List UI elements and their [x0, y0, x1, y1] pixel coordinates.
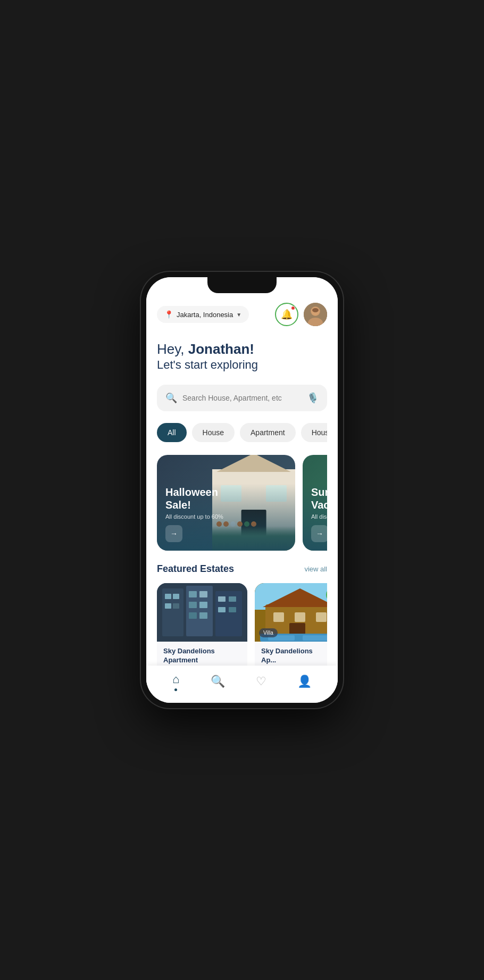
microphone-icon[interactable]: 🎙️: [307, 392, 319, 404]
svg-rect-28: [273, 612, 284, 622]
promo-content-summer: SummerVacatio... All discount u... →: [303, 477, 327, 551]
tab-apartment[interactable]: Apartment: [240, 423, 296, 442]
svg-rect-16: [199, 602, 207, 608]
notification-button[interactable]: 🔔: [275, 303, 298, 326]
phone-screen: 📍 Jakarta, Indonesia ▼ 🔔: [146, 277, 338, 703]
search-bar: 🔍 🎙️: [157, 385, 327, 411]
header-right: 🔔: [275, 303, 327, 326]
svg-rect-13: [189, 591, 197, 597]
section-title-featured: Featured Estates: [157, 563, 234, 575]
svg-point-4: [312, 308, 319, 312]
view-all-link[interactable]: view all: [304, 565, 327, 573]
villa-badge: Villa: [259, 628, 278, 637]
greeting-section: Hey, Jonathan! Let's start exploring: [157, 341, 327, 373]
home-icon: ⌂: [172, 672, 179, 686]
promo-subtitle-summer: All discount u...: [311, 513, 327, 520]
svg-rect-12: [173, 603, 179, 609]
promo-arrow-summer[interactable]: →: [311, 525, 327, 542]
nav-profile[interactable]: 👤: [297, 675, 312, 688]
search-input[interactable]: [182, 394, 302, 402]
section-header-featured: Featured Estates view all: [157, 563, 327, 575]
avatar-image: [304, 303, 327, 326]
screen-content: 📍 Jakarta, Indonesia ▼ 🔔: [146, 277, 338, 703]
bell-icon: 🔔: [281, 309, 293, 320]
estate-name-villa: Sky DandelionsAp...: [261, 647, 327, 665]
svg-rect-19: [218, 596, 226, 602]
estate-image-villa: Villa ♥: [255, 583, 327, 642]
promo-card-summer[interactable]: SummerVacatio... All discount u... →: [303, 455, 327, 551]
location-text: Jakarta, Indonesia: [177, 311, 233, 319]
search-icon: 🔍: [165, 392, 177, 404]
nav-favorites[interactable]: ♡: [256, 675, 266, 688]
svg-rect-20: [229, 596, 236, 602]
svg-rect-11: [165, 603, 171, 609]
notch: [207, 277, 277, 293]
svg-rect-15: [189, 602, 197, 608]
nav-home[interactable]: ⌂: [172, 672, 179, 691]
heart-nav-icon: ♡: [256, 675, 266, 688]
location-pill[interactable]: 📍 Jakarta, Indonesia ▼: [157, 306, 249, 323]
greeting-line2: Let's start exploring: [157, 358, 327, 373]
filter-tabs: All House Apartment House: [157, 423, 327, 444]
svg-rect-9: [165, 594, 171, 599]
location-pin-icon: 📍: [164, 310, 173, 319]
estate-image-apartment: [157, 583, 247, 642]
greeting-line1: Hey, Jonathan!: [157, 341, 327, 358]
header: 📍 Jakarta, Indonesia ▼ 🔔: [157, 303, 327, 326]
tab-house-1[interactable]: House: [192, 423, 235, 442]
greeting-name: Jonathan!: [188, 341, 254, 357]
nav-search[interactable]: 🔍: [211, 675, 225, 688]
promo-content-halloween: HalloweenSale! All discount up to 60% →: [157, 477, 295, 551]
svg-rect-10: [173, 594, 179, 599]
search-nav-icon: 🔍: [211, 675, 225, 688]
promo-title-halloween: HalloweenSale!: [165, 486, 287, 511]
avatar[interactable]: [304, 303, 327, 326]
nav-dot-home: [174, 688, 177, 691]
svg-rect-29: [295, 612, 305, 622]
promo-arrow-halloween[interactable]: →: [165, 525, 182, 542]
tab-all[interactable]: All: [157, 423, 187, 442]
svg-rect-17: [189, 612, 197, 619]
tab-house-2[interactable]: House: [301, 423, 327, 442]
svg-rect-22: [229, 607, 236, 612]
promo-subtitle-halloween: All discount up to 60%: [165, 513, 287, 520]
profile-nav-icon: 👤: [297, 675, 312, 688]
greeting-prefix: Hey,: [157, 341, 188, 357]
promo-title-summer: SummerVacatio...: [311, 486, 327, 511]
svg-rect-21: [218, 607, 226, 612]
svg-rect-18: [199, 612, 207, 619]
chevron-down-icon: ▼: [236, 312, 241, 318]
phone-frame: 📍 Jakarta, Indonesia ▼ 🔔: [141, 272, 343, 708]
promo-card-halloween[interactable]: HalloweenSale! All discount up to 60% →: [157, 455, 295, 551]
promo-section: HalloweenSale! All discount up to 60% → …: [157, 455, 327, 551]
bottom-nav: ⌂ 🔍 ♡ 👤: [146, 666, 338, 703]
svg-rect-14: [199, 591, 207, 597]
estate-name-apartment: Sky DandelionsApartment: [163, 647, 241, 665]
svg-rect-30: [316, 612, 327, 622]
svg-rect-34: [303, 635, 327, 641]
notification-badge: [291, 306, 295, 310]
